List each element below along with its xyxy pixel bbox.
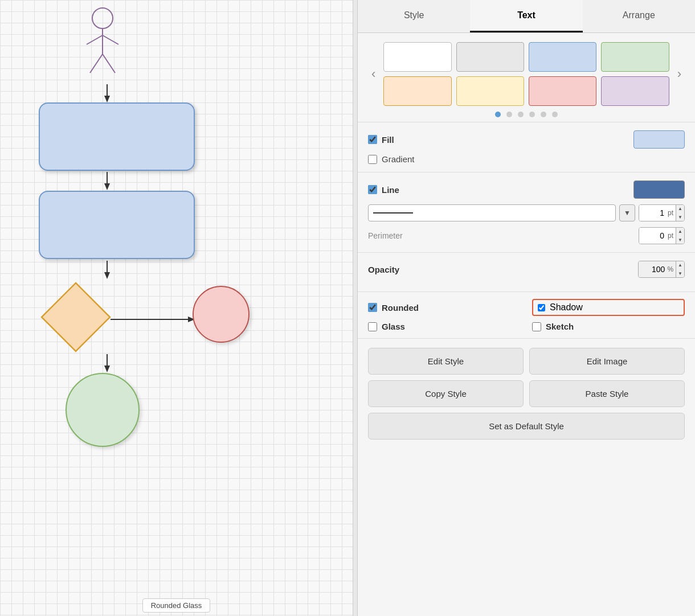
line-weight-input-wrapper: pt ▲ ▼ <box>639 204 685 221</box>
svg-point-0 <box>92 8 113 28</box>
edit-style-button[interactable]: Edit Style <box>368 348 524 375</box>
perimeter-label: Perimeter <box>368 231 414 240</box>
style-name-badge: Rounded Glass <box>0 598 353 616</box>
svg-marker-16 <box>104 366 110 372</box>
checkbox-grid: Rounded Shadow Glass Sketch <box>368 299 685 331</box>
rounded-item[interactable]: Rounded <box>368 299 521 316</box>
gradient-row: Gradient <box>368 154 685 164</box>
opacity-input-wrapper: % ▲ ▼ <box>638 261 685 278</box>
line-weight-spinner: ▲ ▼ <box>676 204 684 221</box>
line-weight-down[interactable]: ▼ <box>676 213 684 221</box>
line-weight-up[interactable]: ▲ <box>676 204 684 213</box>
swatch-6[interactable] <box>529 76 596 106</box>
svg-marker-12 <box>42 283 110 351</box>
perimeter-input[interactable] <box>639 228 667 244</box>
arrow-4 <box>111 313 195 326</box>
svg-line-2 <box>87 35 103 44</box>
gradient-label: Gradient <box>382 154 427 164</box>
swatch-2[interactable] <box>529 42 596 72</box>
svg-marker-7 <box>104 96 110 102</box>
tab-bar: Style Text Arrange <box>358 0 695 33</box>
shadow-item[interactable]: Shadow <box>532 299 685 316</box>
line-style-display[interactable] <box>368 204 616 221</box>
line-weight-input[interactable] <box>639 205 667 221</box>
sketch-label: Sketch <box>546 322 574 331</box>
fill-section: Fill Gradient <box>358 122 695 173</box>
sketch-checkbox[interactable] <box>532 322 541 331</box>
pagination-dots <box>367 112 686 117</box>
opacity-input[interactable] <box>639 261 666 277</box>
swatches-nav: ‹ › <box>367 42 686 106</box>
btn-grid-top: Edit Style Edit Image <box>368 348 685 375</box>
line-checkbox-wrapper: Line <box>368 185 427 195</box>
dot-4[interactable] <box>541 112 546 117</box>
sketch-item[interactable]: Sketch <box>532 322 685 331</box>
opacity-unit: % <box>666 265 676 273</box>
dot-5[interactable] <box>552 112 558 117</box>
copy-style-button[interactable]: Copy Style <box>368 380 524 407</box>
tab-text[interactable]: Text <box>470 0 582 32</box>
fill-label: Fill <box>382 135 427 145</box>
rounded-checkbox[interactable] <box>368 303 377 312</box>
opacity-down[interactable]: ▼ <box>676 269 684 278</box>
glass-checkbox[interactable] <box>368 322 377 331</box>
dot-3[interactable] <box>529 112 535 117</box>
opacity-spinner: ▲ ▼ <box>676 261 684 278</box>
tab-style[interactable]: Style <box>358 0 470 32</box>
opacity-up[interactable]: ▲ <box>676 261 684 269</box>
flow-circle-red[interactable] <box>193 286 250 343</box>
svg-line-3 <box>103 35 118 44</box>
fill-row: Fill <box>368 130 685 149</box>
opacity-row: Opacity % ▲ ▼ <box>368 261 685 278</box>
swatch-0[interactable] <box>383 42 451 72</box>
style-name-text: Rounded Glass <box>142 598 211 613</box>
swatch-3[interactable] <box>601 42 669 72</box>
swatch-5[interactable] <box>456 76 524 106</box>
edit-image-button[interactable]: Edit Image <box>529 348 685 375</box>
swatches-grid <box>383 42 669 106</box>
dot-2[interactable] <box>518 112 524 117</box>
buttons-section: Edit Style Edit Image Copy Style Paste S… <box>358 339 695 449</box>
right-panel: Style Text Arrange ‹ › <box>358 0 695 616</box>
next-arrow[interactable]: › <box>673 64 686 84</box>
flow-box-1[interactable] <box>39 102 195 171</box>
perimeter-unit: pt <box>667 232 676 240</box>
line-style-dropdown[interactable]: ▼ <box>619 204 635 221</box>
paste-style-button[interactable]: Paste Style <box>529 380 685 407</box>
flow-box-2[interactable] <box>39 191 195 259</box>
opacity-label: Opacity <box>368 265 436 274</box>
perimeter-row: Perimeter pt ▲ ▼ <box>368 227 685 244</box>
rounded-label: Rounded <box>382 303 419 313</box>
dot-0[interactable] <box>495 112 501 117</box>
line-weight-unit: pt <box>667 209 676 217</box>
dot-1[interactable] <box>506 112 512 117</box>
swatches-section: ‹ › <box>358 33 695 122</box>
prev-arrow[interactable]: ‹ <box>367 64 380 84</box>
glass-item[interactable]: Glass <box>368 322 521 331</box>
shadow-checkbox[interactable] <box>538 304 545 311</box>
arrow-1 <box>101 84 113 102</box>
arrow-3 <box>101 261 113 279</box>
gradient-checkbox-wrapper: Gradient <box>368 154 427 164</box>
flow-circle-green[interactable] <box>66 373 140 447</box>
btn-grid-bottom: Copy Style Paste Style <box>368 380 685 407</box>
svg-line-5 <box>103 54 115 73</box>
canvas[interactable]: Rounded Glass <box>0 0 353 616</box>
fill-checkbox-wrapper: Fill <box>368 135 427 145</box>
perimeter-input-wrapper: pt ▲ ▼ <box>639 227 685 244</box>
flow-diamond[interactable] <box>39 280 113 354</box>
swatch-1[interactable] <box>456 42 524 72</box>
perimeter-spinner: ▲ ▼ <box>676 227 684 244</box>
swatch-4[interactable] <box>383 76 451 106</box>
tab-arrange[interactable]: Arrange <box>583 0 695 32</box>
perimeter-up[interactable]: ▲ <box>676 227 684 236</box>
line-color-swatch[interactable] <box>633 180 685 199</box>
gradient-checkbox[interactable] <box>368 155 377 164</box>
swatch-7[interactable] <box>601 76 669 106</box>
fill-color-swatch[interactable] <box>633 130 685 149</box>
line-checkbox[interactable] <box>368 185 377 194</box>
perimeter-down[interactable]: ▼ <box>676 236 684 244</box>
fill-checkbox[interactable] <box>368 135 377 144</box>
svg-marker-9 <box>104 183 110 190</box>
set-default-button[interactable]: Set as Default Style <box>368 413 685 440</box>
